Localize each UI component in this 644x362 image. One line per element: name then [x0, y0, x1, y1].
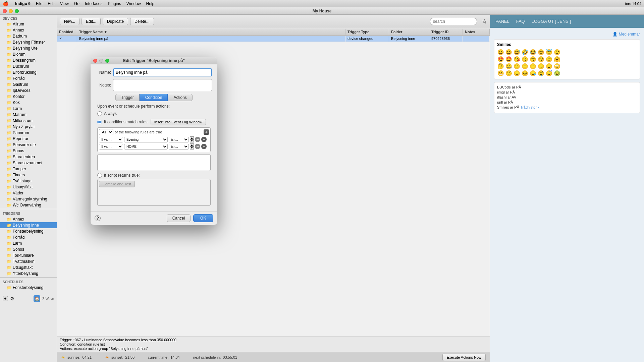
all-dropdown[interactable]: All: [99, 129, 113, 135]
script-area[interactable]: Compile and Test: [97, 179, 211, 206]
add-after-rule-0-button[interactable]: +: [201, 137, 207, 142]
always-label: Always: [104, 111, 117, 116]
tab-trigger[interactable]: Trigger: [115, 94, 140, 101]
all-row: All of the following rules are true +: [99, 129, 209, 135]
name-row: Name:: [96, 68, 212, 76]
help-button[interactable]: ?: [95, 215, 101, 221]
add-after-rule-1-button[interactable]: +: [201, 144, 207, 149]
stepper-down-1[interactable]: ▼: [190, 146, 194, 149]
rule-row-1: If vari... HOME is t... ▲ ▼: [99, 143, 209, 149]
script-label: If script returns true:: [104, 173, 140, 178]
remove-rule-0-button[interactable]: −: [195, 137, 200, 142]
edit-trigger-dialog: Edit Trigger "Belysning inne på" Name: N…: [91, 57, 217, 225]
stepper-up-1[interactable]: ▲: [190, 143, 194, 146]
is-select-1[interactable]: is t...: [169, 144, 189, 149]
cancel-button[interactable]: Cancel: [167, 214, 191, 222]
remove-rule-1-button[interactable]: −: [195, 144, 200, 149]
insert-log-button[interactable]: Insert into Event Log Window: [151, 119, 206, 125]
tabs-container: Trigger Condition Actions: [96, 94, 212, 101]
stepper-up-0[interactable]: ▲: [190, 136, 194, 139]
always-radio[interactable]: [97, 111, 102, 116]
always-radio-row: Always: [97, 111, 211, 116]
following-rules-text: of the following rules are true: [115, 130, 162, 134]
dialog-title-bar: Edit Trigger "Belysning inne på": [91, 57, 217, 64]
dialog-title: Edit Trigger "Belysning inne på": [123, 58, 185, 63]
radio-group: Always If conditions match rules: Insert…: [97, 111, 211, 125]
rules-area: All of the following rules are true + If…: [97, 127, 211, 152]
dialog-minimize-button[interactable]: [99, 59, 103, 63]
value-select-1[interactable]: HOME: [124, 144, 168, 149]
conditions-label: If conditions match rules:: [104, 120, 149, 124]
conditions-radio-row: If conditions match rules: Insert into E…: [97, 119, 211, 125]
tab-condition[interactable]: Condition: [140, 94, 168, 101]
stepper-1: ▲ ▼: [190, 143, 194, 149]
notes-input[interactable]: [113, 79, 212, 91]
is-select-0[interactable]: is t...: [169, 137, 189, 142]
condition-panel: Upon event or schedule perform actions: …: [96, 104, 212, 206]
compile-button[interactable]: Compile and Test: [99, 181, 135, 187]
if-var-select-0[interactable]: If vari...: [99, 137, 123, 142]
name-input[interactable]: [113, 68, 212, 76]
dialog-overlay: Edit Trigger "Belysning inne på" Name: N…: [0, 0, 644, 362]
script-radio-row: If script returns true:: [97, 173, 211, 178]
value-select-0[interactable]: Evening: [124, 137, 168, 142]
notes-row: Notes:: [96, 79, 212, 91]
conditions-radio[interactable]: [97, 120, 102, 124]
dialog-footer: ? Cancel OK: [91, 211, 217, 225]
add-rule-button[interactable]: +: [204, 129, 209, 135]
ok-button[interactable]: OK: [193, 214, 213, 222]
dialog-close-button[interactable]: [93, 59, 97, 63]
dialog-maximize-button[interactable]: [105, 59, 109, 63]
stepper-0: ▲ ▼: [190, 136, 194, 142]
dialog-body: Name: Notes: Trigger Condition Actions U…: [91, 64, 217, 211]
notes-label: Notes:: [96, 83, 111, 87]
rule-row-0: If vari... Evening is t... ▲ ▼: [99, 136, 209, 142]
stepper-down-0[interactable]: ▼: [190, 139, 194, 142]
empty-rules-area: [97, 154, 211, 171]
tab-actions[interactable]: Actions: [168, 94, 192, 101]
name-label: Name:: [96, 70, 111, 75]
perform-label: Upon event or schedule perform actions:: [97, 104, 211, 109]
if-var-select-1[interactable]: If vari...: [99, 144, 123, 149]
script-radio[interactable]: [97, 173, 102, 178]
